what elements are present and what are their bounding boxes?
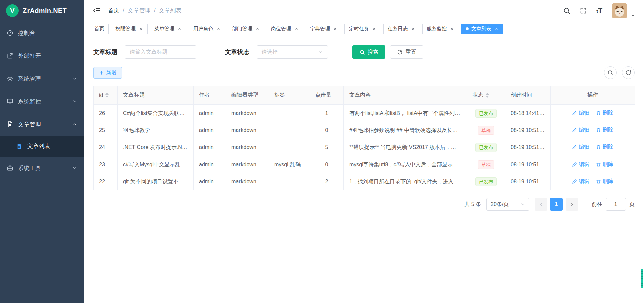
monitor-icon: [7, 98, 13, 105]
article-status-label: 文章状态: [225, 48, 249, 56]
close-icon[interactable]: [449, 26, 454, 31]
add-button[interactable]: 新增: [93, 67, 122, 79]
tab-task-log[interactable]: 任务日志: [383, 24, 420, 34]
tab-scheduled-task[interactable]: 定时任务: [344, 24, 381, 34]
close-icon[interactable]: [411, 26, 416, 31]
goto-page-input[interactable]: [606, 198, 626, 211]
fullscreen-icon[interactable]: [580, 7, 587, 14]
delete-button[interactable]: 删除: [596, 161, 613, 168]
column-header-status[interactable]: 状态: [467, 86, 505, 105]
close-icon[interactable]: [138, 26, 143, 31]
tab-article-list[interactable]: 文章列表: [461, 24, 503, 34]
toggle-search-button[interactable]: [604, 66, 617, 79]
status-badge: 已发布: [475, 143, 497, 152]
tab-post-manage[interactable]: 岗位管理: [267, 24, 303, 34]
pagination-total: 共 5 条: [464, 201, 481, 208]
sidebar-item-external-open[interactable]: 外部打开: [0, 44, 84, 67]
close-icon[interactable]: [372, 26, 377, 31]
table-row: 26 C#两个list集合实现关联，... admin markdown 1 有…: [94, 105, 635, 122]
font-size-icon[interactable]: tT: [596, 7, 602, 15]
delete-button[interactable]: 删除: [596, 178, 613, 185]
next-page-button[interactable]: [566, 198, 578, 211]
dashboard-icon: [7, 30, 13, 36]
column-header-id[interactable]: id: [94, 86, 118, 105]
column-header-content: 文章内容: [344, 86, 467, 105]
scrollbar-thumb[interactable]: [641, 269, 643, 288]
filter-buttons: 搜索 重置: [352, 45, 423, 59]
app-title: ZrAdmin.NET: [23, 7, 67, 15]
active-tab-dot: [466, 27, 469, 30]
page-number-button[interactable]: 1: [550, 198, 563, 211]
edit-button[interactable]: 编辑: [572, 144, 589, 151]
column-header-actions: 操作: [551, 86, 635, 105]
sidebar-item-dashboard[interactable]: 控制台: [0, 21, 84, 44]
sidebar-item-label: 外部打开: [18, 52, 41, 60]
refresh-button[interactable]: [622, 66, 635, 79]
sort-icon[interactable]: [486, 93, 489, 98]
breadcrumb-separator: /: [154, 7, 156, 14]
sidebar-item-system-manage[interactable]: 系统管理: [0, 67, 84, 90]
tab-user-role[interactable]: 用户角色: [189, 24, 225, 34]
close-icon[interactable]: [216, 26, 221, 31]
prev-page-button[interactable]: [535, 198, 547, 211]
chevron-up-icon: [72, 122, 77, 127]
tab-permission-manage[interactable]: 权限管理: [111, 24, 148, 34]
tab-dict-manage[interactable]: 字典管理: [306, 24, 342, 34]
goto-page-group: 前往 页: [592, 198, 635, 211]
sidebar-fold-icon[interactable]: [93, 7, 101, 15]
edit-button[interactable]: 编辑: [572, 161, 589, 168]
table-toolbar: 新增: [84, 66, 644, 86]
close-icon[interactable]: [255, 26, 260, 31]
breadcrumb-home[interactable]: 首页: [108, 7, 119, 14]
edit-button[interactable]: 编辑: [572, 178, 589, 185]
breadcrumb-separator: /: [123, 7, 124, 14]
logo: V ZrAdmin.NET: [0, 0, 84, 21]
sort-icon[interactable]: [105, 93, 109, 98]
column-header-editor: 编辑器类型: [226, 86, 269, 105]
close-icon[interactable]: [177, 26, 182, 31]
search-icon[interactable]: [563, 7, 570, 14]
goto-suffix: 页: [629, 201, 635, 208]
sidebar: V ZrAdmin.NET 控制台 外部打开 系统管理: [0, 0, 84, 303]
close-icon[interactable]: [494, 26, 499, 31]
sidebar-item-article-manage[interactable]: 文章管理: [0, 113, 84, 136]
column-header-tags: 标签: [269, 86, 310, 105]
chevron-down-icon: [72, 166, 77, 170]
caret-down-icon[interactable]: [631, 13, 635, 18]
sidebar-item-label: 控制台: [18, 29, 35, 37]
edit-button[interactable]: 编辑: [572, 127, 589, 134]
sidebar-item-label: 文章管理: [18, 121, 41, 128]
breadcrumb-article-manage[interactable]: 文章管理: [128, 7, 151, 14]
delete-button[interactable]: 删除: [596, 127, 613, 134]
topbar-actions: tT: [563, 3, 635, 18]
article-title-input[interactable]: [125, 45, 196, 59]
edit-button[interactable]: 编辑: [572, 110, 589, 117]
avatar[interactable]: [612, 3, 627, 18]
close-icon[interactable]: [333, 26, 338, 31]
search-button[interactable]: 搜索: [352, 45, 385, 59]
page-size-select[interactable]: 20条/页: [486, 198, 529, 211]
status-badge: 草稿: [478, 160, 494, 169]
sidebar-item-system-monitor[interactable]: 系统监控: [0, 90, 84, 113]
delete-button[interactable]: 删除: [596, 110, 613, 117]
toolbox-icon: [7, 165, 13, 171]
filter-bar: 文章标题 文章状态 请选择 搜索 重置: [84, 36, 644, 66]
close-icon[interactable]: [294, 26, 299, 31]
reset-button[interactable]: 重置: [390, 45, 423, 59]
logo-icon: V: [6, 4, 19, 17]
sidebar-item-system-tools[interactable]: 系统工具: [0, 157, 84, 179]
tab-home[interactable]: 首页: [90, 24, 109, 34]
tab-menu-manage[interactable]: 菜单管理: [150, 24, 186, 34]
main-area: 首页 / 文章管理 / 文章列表 tT: [84, 0, 644, 303]
tab-service-monitor[interactable]: 服务监控: [422, 24, 459, 34]
article-status-select[interactable]: 请选择: [257, 45, 328, 59]
external-link-icon: [7, 52, 13, 59]
table-header-row: id 文章标题 作者 编辑器类型 标签 点击量 文章内容 状态: [94, 86, 635, 105]
pagination: 共 5 条 20条/页 1 前往 页: [93, 198, 635, 211]
delete-button[interactable]: 删除: [596, 144, 613, 151]
document-icon: [16, 143, 22, 149]
column-header-created: 创建时间: [505, 86, 551, 105]
tab-department-manage[interactable]: 部门管理: [228, 24, 264, 34]
sidebar-subitem-article-list[interactable]: 文章列表: [0, 136, 84, 157]
table-tools: [604, 66, 635, 79]
